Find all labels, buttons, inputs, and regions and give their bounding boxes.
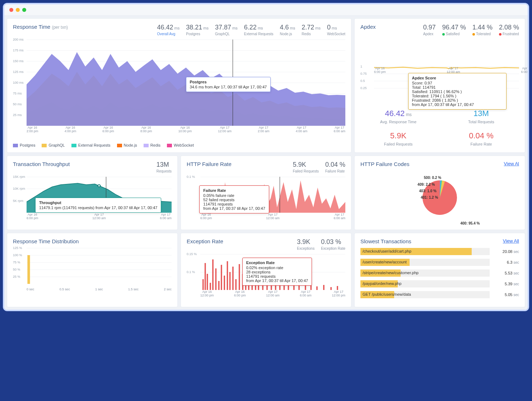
failure-rate-metrics: 5.9K Failed Requests 0.04 % Failure Rate: [293, 161, 345, 173]
card-failure-rate: HTTP Failure Rate 5.9K Failed Requests 0…: [181, 156, 351, 230]
apdex-tooltip: Apdex Score Score: 0.97Total: 114791Sati…: [408, 73, 507, 110]
metric: 96.47 % Satisfied: [442, 24, 466, 36]
kpi-failed-requests: 5.9K Failed Requests: [360, 131, 436, 146]
svg-rect-9: [215, 268, 217, 290]
card-slowest-transactions: Slowest Transactions View All /checkout/…: [355, 233, 525, 307]
svg-rect-35: [316, 286, 318, 290]
apdex-chart[interactable]: 10.750.50.25 Apdex Score Score: 0.97Tota…: [360, 66, 519, 102]
legend-item[interactable]: Postgres: [13, 143, 35, 147]
metric: 2.72 ms Redis: [302, 24, 321, 36]
svg-rect-11: [221, 265, 222, 290]
view-all-link[interactable]: View Al: [504, 161, 519, 166]
pie-label: 400: 95.4 %: [460, 221, 480, 225]
slowest-transactions-list: /checkout/user/add/cart.php 20.08 sec /u…: [360, 248, 519, 298]
card-title: HTTP Failure Rate: [187, 161, 232, 167]
transaction-row[interactable]: /stripe/create/new/customer.php 5.53 sec: [360, 269, 519, 277]
card-apdex: Apdex 0.97 Apdex 96.47 % Satisfied 1.44 …: [355, 19, 525, 152]
transaction-row[interactable]: /user/create/new/account 6.3 sec: [360, 259, 519, 266]
svg-rect-3: [27, 255, 30, 284]
metric: 0.03 % Exception Rate: [321, 238, 345, 250]
exception-rate-chart[interactable]: 0.15 %0.1 %: [187, 254, 345, 297]
maximize-icon[interactable]: [22, 8, 26, 12]
pie-label: 401: 1.2 %: [421, 195, 438, 199]
metric: 46.42 ms Overall Avg: [157, 24, 179, 36]
transaction-row[interactable]: /paypal/order/new.php 5.39 sec: [360, 280, 519, 287]
legend-item[interactable]: GraphQL: [42, 143, 65, 147]
metric: 0.04 % Failure Rate: [325, 161, 345, 173]
svg-rect-4: [202, 279, 204, 290]
apdex-kpi-grid: 46.42 ms Avg. Response Time 13M Total Re…: [360, 109, 519, 146]
metric: 1.44 % Tolerated: [472, 24, 493, 36]
pie-label: 500: 0.2 %: [424, 176, 441, 180]
rt-distribution-chart[interactable]: 125 %100 %75 %50 %25 % 0 sec0.5 sec1 sec…: [13, 248, 172, 291]
svg-rect-5: [205, 263, 206, 290]
svg-rect-33: [305, 286, 306, 290]
svg-rect-8: [212, 259, 214, 290]
card-title: Response Time (per txn): [13, 24, 68, 30]
response-time-tooltip: Postgres 34.6 ms from Apr 17, 00:37 till…: [186, 77, 271, 92]
throughput-tooltip: Throughput 11479.1 rpm (114791 requests)…: [35, 198, 162, 213]
svg-rect-7: [210, 283, 211, 290]
failure-rate-chart[interactable]: 0.1 % Failure Rate 0.05% failure rate52 …: [187, 177, 345, 220]
metric: 37.87 ms GraphQL: [215, 24, 238, 36]
svg-rect-16: [235, 279, 237, 290]
close-icon[interactable]: [9, 8, 13, 12]
kpi-avg-response-time: 46.42 ms Avg. Response Time: [360, 109, 436, 124]
metric: 3.9K Exceptions: [297, 238, 314, 250]
response-time-chart[interactable]: 200 ms175 ms150 ms125 ms100 ms75 ms50 ms…: [13, 40, 345, 133]
metric: 13M Requests: [157, 161, 172, 173]
svg-rect-14: [229, 272, 231, 290]
metric: 5.9K Failed Requests: [293, 161, 319, 173]
svg-rect-6: [207, 274, 208, 290]
pie-label: 403: 1.0 %: [419, 189, 437, 193]
card-throughput: Transaction Throughput 13M Requests 15K …: [7, 156, 177, 230]
metric: 4.6 ms Node.js: [280, 24, 295, 36]
legend-item[interactable]: Redis: [144, 143, 160, 147]
failure-rate-tooltip: Failure Rate 0.05% failure rate52 failed…: [199, 185, 269, 213]
throughput-metrics: 13M Requests: [157, 161, 172, 173]
transaction-row[interactable]: /checkout/user/add/cart.php 20.08 sec: [360, 248, 519, 255]
exception-rate-metrics: 3.9K Exceptions 0.03 % Exception Rate: [297, 238, 345, 250]
metric: 0 ms WebSocket: [327, 24, 345, 36]
card-response-time: Response Time (per txn) 46.42 ms Overall…: [7, 19, 351, 152]
svg-rect-10: [218, 281, 220, 290]
transaction-row[interactable]: GET /public/users/new/data 5.05 sec: [360, 291, 519, 298]
legend-item[interactable]: External Requests: [71, 143, 111, 147]
card-title: Slowest Transactions: [360, 238, 411, 244]
svg-rect-12: [224, 276, 225, 290]
svg-rect-37: [330, 287, 332, 290]
card-rt-distribution: Response Time Distribution 125 %100 %75 …: [7, 233, 177, 307]
app-window: Response Time (per txn) 46.42 ms Overall…: [3, 3, 529, 311]
failure-codes-pie[interactable]: 500: 0.2 %409: 2.2 %403: 1.0 %401: 1.2 %…: [360, 171, 519, 225]
svg-rect-36: [323, 285, 325, 290]
titlebar: [4, 4, 528, 16]
card-title: Exception Rate: [187, 238, 223, 244]
svg-point-1: [98, 185, 100, 187]
response-time-legend: PostgresGraphQLExternal RequestsNode.jsR…: [13, 143, 345, 147]
card-title: Response Time Distribution: [13, 238, 79, 244]
card-failure-codes: HTTP Failure Codes View Al 500: 0.2 %409…: [355, 156, 525, 230]
minimize-icon[interactable]: [16, 8, 20, 12]
chart-cursor: [280, 177, 280, 213]
metric: 0.97 Apdex: [423, 24, 436, 36]
svg-rect-13: [227, 261, 228, 290]
throughput-chart[interactable]: 15K rpm10K rpm5K rpm Throughput 11479.1 …: [13, 177, 172, 220]
metric: 38.21 ms Postgres: [186, 24, 209, 36]
svg-rect-17: [239, 264, 240, 290]
view-all-link[interactable]: View All: [503, 238, 519, 244]
metric: 2.08 % Frustrated: [499, 24, 519, 36]
metric: 6.22 ms External Requests: [244, 24, 274, 36]
pie-label: 409: 2.2 %: [417, 183, 435, 186]
card-title: HTTP Failure Codes: [360, 161, 409, 167]
card-title: Apdex: [360, 24, 376, 30]
card-title: Transaction Throughput: [13, 161, 70, 167]
kpi-total-requests: 13M Total Requests: [443, 109, 519, 124]
kpi-failure-rate: 0.04 % Failure Rate: [443, 131, 519, 146]
legend-item[interactable]: WebSocket: [167, 143, 194, 147]
exception-rate-tooltip: Exception Rate 0.02% exception rate28 ex…: [242, 258, 312, 286]
svg-rect-38: [337, 286, 338, 290]
legend-item[interactable]: Node.js: [117, 143, 137, 147]
apdex-metrics: 0.97 Apdex 96.47 % Satisfied 1.44 % Tole…: [423, 24, 519, 36]
svg-rect-15: [232, 267, 234, 290]
card-exception-rate: Exception Rate 3.9K Exceptions 0.03 % Ex…: [181, 233, 351, 307]
